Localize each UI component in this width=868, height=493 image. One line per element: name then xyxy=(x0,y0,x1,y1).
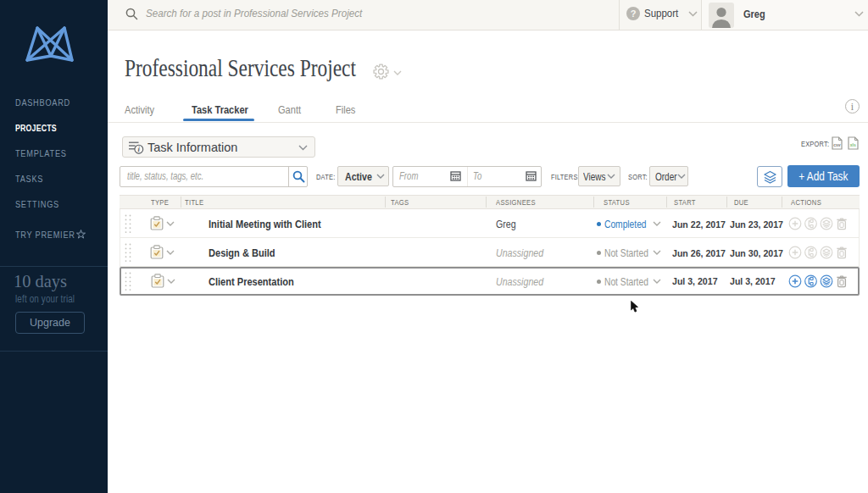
svg-text:csv: csv xyxy=(833,142,841,147)
svg-text:xls: xls xyxy=(850,142,856,147)
